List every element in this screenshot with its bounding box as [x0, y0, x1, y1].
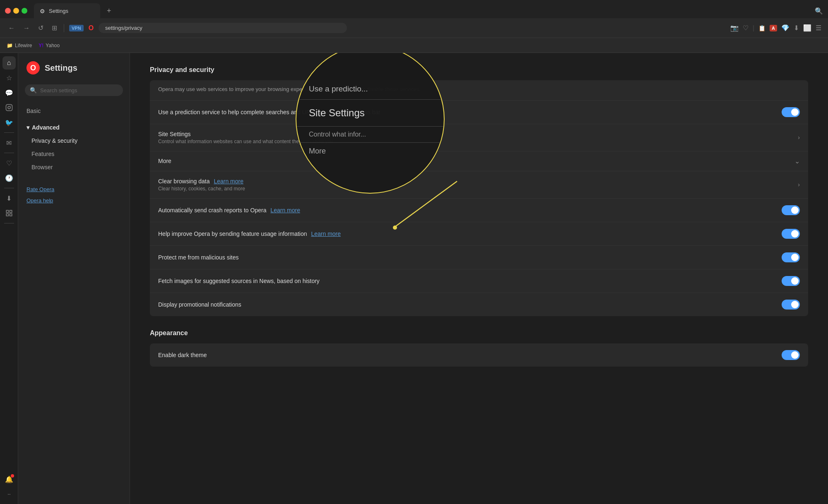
clear-browsing-text: Clear browsing data Learn more Clear his… — [158, 178, 798, 192]
bookmark-yahoo[interactable]: Y! Yahoo — [39, 43, 60, 48]
prediction-service-text: Use a prediction service to help complet… — [158, 109, 782, 115]
crash-reports-toggle[interactable] — [782, 205, 800, 215]
prediction-service-label: Use a prediction service to help complet… — [158, 109, 782, 115]
more-chevron-icon: ⌄ — [794, 157, 800, 165]
sidebar-icon-bookmarks[interactable]: ☆ — [2, 71, 16, 84]
nav-sub-item-privacy[interactable]: Privacy & security — [18, 134, 130, 147]
camera-icon[interactable]: 📷 — [730, 24, 739, 32]
site-settings-row[interactable]: Site Settings Control what information w… — [150, 124, 808, 151]
sidebar-icon-home[interactable]: ⌂ — [2, 56, 16, 70]
feature-usage-label: Help improve Opera by sending feature us… — [158, 230, 782, 237]
sidebar-icon-extensions[interactable] — [2, 206, 16, 220]
clear-browsing-row[interactable]: Clear browsing data Learn more Clear his… — [150, 171, 808, 199]
nav-bar: ← → ↺ ⊞ VPN O settings/privacy 📷 ♡ | 📋 A… — [0, 18, 828, 38]
svg-rect-3 — [6, 210, 8, 212]
more-row[interactable]: More ⌄ — [150, 151, 808, 171]
reload-button[interactable]: ↺ — [36, 22, 45, 34]
new-tab-button[interactable]: + — [104, 7, 115, 15]
rate-opera-link[interactable]: Rate Opera — [18, 184, 130, 195]
nav-sub-item-browser[interactable]: Browser — [18, 161, 130, 174]
promo-notifications-toggle[interactable] — [782, 300, 800, 310]
grid-button[interactable]: ⊞ — [50, 22, 59, 34]
pinned-tab-icon[interactable]: 📋 — [758, 25, 765, 31]
search-settings-box[interactable]: 🔍 — [25, 84, 123, 96]
heart-nav-icon[interactable]: ♡ — [743, 24, 749, 32]
appearance-section-title: Appearance — [150, 329, 808, 337]
dark-theme-text: Enable dark theme — [158, 352, 782, 358]
sidebar-icon-more[interactable]: ··· — [2, 487, 16, 501]
address-bar[interactable]: settings/privacy — [99, 23, 347, 33]
nav-sub-item-features[interactable]: Features — [18, 147, 130, 161]
sidebar-divider-3 — [4, 188, 14, 188]
fetch-images-text: Fetch images for suggested sources in Ne… — [158, 278, 782, 284]
fetch-images-toggle[interactable] — [782, 276, 800, 286]
minimize-button[interactable] — [13, 8, 19, 14]
dark-theme-slider — [782, 350, 800, 360]
back-button[interactable]: ← — [7, 23, 17, 34]
download-nav-icon[interactable]: ⬇ — [794, 24, 799, 32]
sidebar-icon-messages[interactable]: 💬 — [2, 86, 16, 99]
pip-icon[interactable]: ⬜ — [803, 24, 811, 32]
svg-rect-0 — [6, 105, 12, 111]
opera-help-link[interactable]: Opera help — [18, 195, 130, 206]
forward-button[interactable]: → — [22, 23, 31, 34]
yahoo-icon: Y! — [39, 43, 43, 48]
sidebar-icon-twitter[interactable]: 🐦 — [2, 116, 16, 129]
crash-reports-learn-more[interactable]: Learn more — [270, 207, 300, 214]
promo-notifications-row: Display promotional notifications — [150, 293, 808, 316]
feature-usage-text: Help improve Opera by sending feature us… — [158, 230, 782, 237]
sidebar-icon-mail[interactable]: ✉ — [2, 136, 16, 149]
nav-divider — [64, 24, 64, 32]
clear-browsing-label: Clear browsing data Learn more — [158, 178, 798, 185]
dark-theme-toggle[interactable] — [782, 350, 800, 360]
advanced-label: Advanced — [32, 124, 60, 131]
maximize-button[interactable] — [22, 8, 27, 14]
prediction-service-toggle[interactable] — [782, 107, 800, 117]
sidebar-divider-1 — [4, 132, 14, 133]
nav-links: Rate Opera Opera help — [18, 184, 130, 206]
site-settings-text: Site Settings Control what information w… — [158, 131, 798, 144]
nav-section-basic: Basic — [18, 104, 130, 118]
feature-usage-learn-more[interactable]: Learn more — [311, 230, 341, 237]
promo-notifications-slider — [782, 300, 800, 310]
sidebar-icon-history[interactable]: 🕐 — [2, 171, 16, 185]
top-search-icon[interactable]: 🔍 — [815, 7, 823, 15]
adblocker-icon[interactable]: A — [770, 25, 777, 31]
bookmark-yahoo-label: Yahoo — [46, 43, 60, 48]
clear-browsing-sub: Clear history, cookies, cache, and more — [158, 186, 798, 192]
opera-logo: O — [89, 24, 94, 32]
search-settings-icon: 🔍 — [30, 87, 37, 94]
sidebar-icon-heart[interactable]: ♡ — [2, 156, 16, 170]
sidebar-divider-2 — [4, 153, 14, 153]
bookmark-lifewire[interactable]: 📁 Lifewire — [7, 43, 32, 48]
feature-usage-toggle[interactable] — [782, 229, 800, 239]
crash-reports-text: Automatically send crash reports to Oper… — [158, 207, 782, 214]
privacy-section-title: Privacy and security — [150, 66, 808, 74]
clear-browsing-learn-more[interactable]: Learn more — [214, 178, 243, 185]
search-settings-input[interactable] — [40, 87, 118, 94]
active-tab[interactable]: ⚙ Settings — [34, 3, 100, 18]
close-button[interactable] — [5, 8, 11, 14]
sidebar-icon-instagram[interactable] — [2, 101, 16, 114]
malicious-sites-toggle[interactable] — [782, 252, 800, 262]
svg-point-2 — [10, 106, 11, 106]
menu-icon[interactable]: ☰ — [816, 24, 821, 32]
fetch-images-label: Fetch images for suggested sources in Ne… — [158, 278, 782, 284]
sidebar-icon-download[interactable]: ⬇ — [2, 192, 16, 205]
svg-rect-4 — [10, 210, 12, 212]
settings-header: O Settings — [18, 61, 130, 84]
folder-icon: 📁 — [7, 43, 13, 48]
nav-section-advanced-header[interactable]: ▾ Advanced — [18, 121, 130, 134]
settings-page-title: Settings — [45, 63, 77, 73]
vpn-badge[interactable]: VPN — [69, 25, 84, 31]
feature-usage-slider — [782, 229, 800, 239]
sidebar-icon-updates[interactable]: 🔔 — [2, 473, 16, 486]
wallet-icon[interactable]: 💎 — [781, 24, 789, 32]
more-label: More — [158, 158, 794, 164]
settings-sidebar: O Settings 🔍 Basic ▾ Advanced Privacy & … — [18, 53, 130, 504]
nav-item-basic[interactable]: Basic — [18, 104, 130, 118]
main-content: Use a predictio... Site Settings Control… — [130, 53, 828, 504]
settings-logo: O — [26, 61, 40, 74]
sidebar-divider-4 — [4, 223, 14, 223]
fetch-images-slider — [782, 276, 800, 286]
